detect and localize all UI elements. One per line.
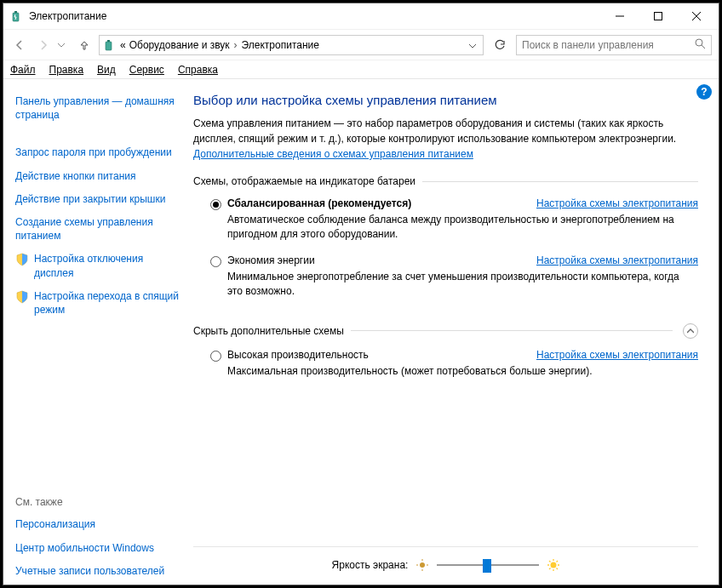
breadcrumb-prefix: « bbox=[120, 39, 126, 51]
plan-balanced-desc: Автоматическое соблюдение баланса между … bbox=[227, 213, 698, 243]
shield-icon bbox=[15, 253, 29, 266]
sidebar-password[interactable]: Запрос пароля при пробуждении bbox=[15, 146, 180, 159]
intro-link[interactable]: Дополнительные сведения о схемах управле… bbox=[193, 148, 473, 160]
power-options-icon bbox=[103, 38, 117, 52]
svg-rect-1 bbox=[14, 11, 17, 13]
back-button[interactable] bbox=[10, 36, 29, 54]
menu-service[interactable]: Сервис bbox=[129, 64, 164, 76]
group2-title: Скрыть дополнительные схемы bbox=[193, 325, 344, 337]
address-bar: « Оборудование и звук › Электропитание П… bbox=[3, 29, 719, 60]
sidebar-accounts[interactable]: Учетные записи пользователей bbox=[15, 564, 180, 578]
search-box[interactable]: Поиск в панели управления bbox=[516, 35, 712, 55]
svg-rect-3 bbox=[654, 13, 662, 20]
chevron-right-icon: › bbox=[233, 39, 238, 51]
forward-button[interactable] bbox=[34, 36, 53, 54]
plan-saver-settings-link[interactable]: Настройка схемы электропитания bbox=[536, 254, 698, 266]
refresh-button[interactable] bbox=[489, 35, 511, 55]
sidebar-home[interactable]: Панель управления — домашняя страница bbox=[15, 94, 180, 122]
brightness-label: Яркость экрана: bbox=[332, 559, 409, 571]
window-title: Электропитание bbox=[29, 10, 600, 22]
menu-help[interactable]: Справка bbox=[178, 64, 218, 76]
group1-title: Схемы, отображаемые на индикаторе батаре… bbox=[193, 175, 415, 187]
see-also-heading: См. также bbox=[15, 496, 180, 508]
menu-edit[interactable]: Правка bbox=[49, 64, 84, 76]
intro-text: Схема управления питанием — это набор па… bbox=[193, 116, 698, 162]
address-field[interactable]: « Оборудование и звук › Электропитание bbox=[99, 35, 484, 55]
plan-saver: Экономия энергии Настройка схемы электро… bbox=[193, 254, 698, 300]
page-title: Выбор или настройка схемы управления пит… bbox=[193, 93, 698, 107]
svg-point-15 bbox=[551, 562, 557, 568]
sidebar-sleep[interactable]: Настройка перехода в спящий режим bbox=[15, 289, 180, 317]
plan-balanced-settings-link[interactable]: Настройка схемы электропитания bbox=[536, 197, 698, 209]
titlebar: Электропитание bbox=[3, 3, 719, 29]
svg-line-22 bbox=[549, 568, 551, 570]
group-additional-plans: Скрыть дополнительные схемы Высокая прои… bbox=[193, 323, 698, 391]
breadcrumb-level2[interactable]: Электропитание bbox=[242, 39, 319, 51]
sidebar: Панель управления — домашняя страница За… bbox=[3, 79, 186, 585]
svg-line-21 bbox=[557, 568, 559, 570]
maximize-button[interactable] bbox=[639, 4, 677, 28]
radio-balanced[interactable] bbox=[210, 199, 221, 210]
radio-saver[interactable] bbox=[210, 256, 221, 267]
sidebar-display-off[interactable]: Настройка отключения дисплея bbox=[15, 252, 180, 279]
breadcrumb-level1[interactable]: Оборудование и звук bbox=[129, 39, 230, 51]
sidebar-lid[interactable]: Действие при закрытии крышки bbox=[15, 192, 180, 206]
main-content: ? Выбор или настройка схемы управления п… bbox=[186, 79, 719, 585]
shield-icon bbox=[15, 290, 29, 304]
search-icon bbox=[695, 38, 706, 52]
brightness-slider[interactable] bbox=[437, 557, 539, 573]
plan-balanced: Сбалансированная (рекомендуется) Настрой… bbox=[193, 197, 698, 243]
minimize-button[interactable] bbox=[600, 4, 639, 28]
plan-high-desc: Максимальная производительность (может п… bbox=[227, 364, 698, 379]
svg-point-8 bbox=[696, 39, 702, 46]
svg-point-10 bbox=[420, 562, 425, 568]
radio-high[interactable] bbox=[210, 351, 221, 362]
menu-file[interactable]: Файл bbox=[10, 64, 36, 76]
svg-rect-7 bbox=[107, 40, 110, 42]
plan-high: Высокая производительность Настройка схе… bbox=[193, 349, 698, 379]
menubar: Файл Правка Вид Сервис Справка bbox=[3, 60, 719, 78]
sidebar-power-button[interactable]: Действие кнопки питания bbox=[15, 169, 180, 183]
sidebar-mobility[interactable]: Центр мобильности Windows bbox=[15, 541, 180, 555]
collapse-button[interactable] bbox=[683, 323, 698, 339]
window: Электропитание « Оборудование и звук › Э… bbox=[3, 3, 719, 585]
plan-high-settings-link[interactable]: Настройка схемы электропитания bbox=[536, 349, 698, 361]
help-icon[interactable]: ? bbox=[696, 84, 712, 100]
svg-line-9 bbox=[702, 45, 705, 49]
sidebar-personalization[interactable]: Персонализация bbox=[15, 517, 180, 531]
group-battery-plans: Схемы, отображаемые на индикаторе батаре… bbox=[193, 175, 698, 311]
sun-dim-icon bbox=[416, 559, 428, 571]
slider-thumb[interactable] bbox=[483, 559, 491, 573]
svg-rect-6 bbox=[106, 42, 112, 50]
plan-saver-name[interactable]: Экономия энергии bbox=[227, 254, 536, 266]
svg-line-20 bbox=[549, 561, 551, 562]
power-options-icon bbox=[10, 9, 24, 23]
up-button[interactable] bbox=[75, 36, 94, 54]
menu-view[interactable]: Вид bbox=[97, 64, 116, 76]
plan-balanced-name[interactable]: Сбалансированная (рекомендуется) bbox=[227, 197, 536, 209]
plan-high-name[interactable]: Высокая производительность bbox=[227, 349, 536, 361]
close-button[interactable] bbox=[677, 4, 715, 28]
brightness-bar: Яркость экрана: bbox=[193, 546, 698, 578]
recent-dropdown[interactable] bbox=[58, 39, 70, 51]
svg-line-23 bbox=[557, 561, 559, 562]
sun-bright-icon bbox=[547, 559, 559, 571]
plan-saver-desc: Минимальное энергопотребление за счет ум… bbox=[227, 270, 698, 300]
address-dropdown[interactable] bbox=[466, 39, 479, 51]
sidebar-create-plan[interactable]: Создание схемы управления питанием bbox=[15, 215, 180, 243]
search-placeholder: Поиск в панели управления bbox=[522, 39, 695, 51]
